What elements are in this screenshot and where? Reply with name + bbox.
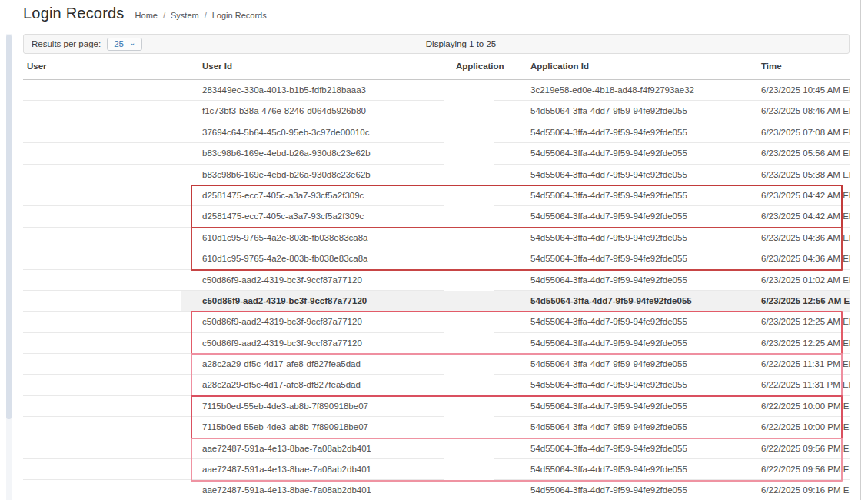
cell-user-id: 283449ec-330a-4013-b1b5-fdfb218baaa3 bbox=[198, 80, 452, 101]
cell-application bbox=[452, 206, 527, 227]
cell-application bbox=[452, 165, 527, 185]
cell-time: 6/23/2025 05:38 AM EEST bbox=[757, 165, 850, 185]
table-row[interactable]: d2581475-ecc7-405c-a3a7-93cf5a2f309c 54d… bbox=[23, 206, 850, 227]
cell-user bbox=[23, 228, 198, 248]
left-scrollbar-thumb[interactable] bbox=[6, 35, 12, 419]
cell-time: 6/23/2025 04:36 AM EEST bbox=[757, 228, 850, 248]
cell-application-id: 54d55064-3ffa-4dd7-9f59-94fe92fde055 bbox=[527, 438, 757, 459]
table-row[interactable]: 610d1c95-9765-4a2e-803b-fb038e83ca8a 54d… bbox=[23, 248, 850, 269]
table-row[interactable]: 7115b0ed-55eb-4de3-ab8b-7f890918be07 54d… bbox=[23, 396, 850, 417]
cell-application-id: 54d55064-3ffa-4dd7-9f59-94fe92fde055 bbox=[527, 333, 757, 354]
cell-user bbox=[23, 291, 198, 312]
breadcrumb-item-home[interactable]: Home bbox=[135, 11, 158, 20]
results-per-page-label: Results per page: bbox=[32, 39, 101, 48]
cell-user bbox=[23, 396, 198, 417]
cell-user bbox=[23, 333, 198, 354]
cell-application bbox=[452, 480, 527, 500]
cell-time: 6/23/2025 01:02 AM EEST bbox=[757, 270, 850, 291]
table-row[interactable]: b83c98b6-169e-4ebd-b26a-930d8c23e62b 54d… bbox=[23, 143, 850, 164]
cell-user-id: aae72487-591a-4e13-8bae-7a08ab2db401 bbox=[198, 438, 452, 459]
cell-user-id: f1c73bf3-b38a-476e-8246-d064d5926b80 bbox=[198, 101, 452, 122]
cell-time: 6/22/2025 11:31 PM EEST bbox=[757, 375, 850, 395]
cell-application-id: 54d55064-3ffa-4dd7-9f59-94fe92fde055 bbox=[527, 206, 757, 227]
column-header-user: User bbox=[23, 54, 198, 79]
cell-user bbox=[23, 143, 198, 164]
cell-application bbox=[452, 291, 527, 312]
column-header-application: Application bbox=[452, 54, 527, 79]
cell-user bbox=[23, 312, 198, 332]
cell-user-id: c50d86f9-aad2-4319-bc3f-9ccf87a77120 bbox=[198, 312, 452, 332]
table-row[interactable]: a28c2a29-df5c-4d17-afe8-df827fea5dad 54d… bbox=[23, 375, 850, 395]
table-header-row: UserUser IdApplicationApplication IdTime bbox=[23, 54, 850, 80]
table-row[interactable]: c50d86f9-aad2-4319-bc3f-9ccf87a77120 54d… bbox=[23, 291, 850, 312]
cell-user bbox=[23, 101, 198, 122]
breadcrumb-item-current[interactable]: Login Records bbox=[212, 11, 267, 20]
cell-user bbox=[23, 122, 198, 143]
cell-user bbox=[23, 354, 198, 375]
table-row[interactable]: 7115b0ed-55eb-4de3-ab8b-7f890918be07 54d… bbox=[23, 417, 850, 438]
cell-user bbox=[23, 165, 198, 185]
login-records-table: UserUser IdApplicationApplication IdTime… bbox=[23, 54, 850, 500]
cell-user bbox=[23, 459, 198, 480]
panel-right-divider bbox=[850, 54, 850, 500]
table-row[interactable]: f1c73bf3-b38a-476e-8246-d064d5926b80 54d… bbox=[23, 101, 850, 122]
cell-user-id: b83c98b6-169e-4ebd-b26a-930d8c23e62b bbox=[198, 165, 452, 185]
table-row[interactable]: 283449ec-330a-4013-b1b5-fdfb218baaa3 3c2… bbox=[23, 80, 850, 101]
table-row[interactable]: b83c98b6-169e-4ebd-b26a-930d8c23e62b 54d… bbox=[23, 165, 850, 185]
table-row[interactable]: c50d86f9-aad2-4319-bc3f-9ccf87a77120 54d… bbox=[23, 333, 850, 354]
cell-application-id: 54d55064-3ffa-4dd7-9f59-94fe92fde055 bbox=[527, 312, 757, 332]
table-row[interactable]: a28c2a29-df5c-4d17-afe8-df827fea5dad 54d… bbox=[23, 354, 850, 375]
cell-application bbox=[452, 143, 527, 164]
cell-application bbox=[452, 270, 527, 291]
cell-application bbox=[452, 101, 527, 122]
cell-user-id: aae72487-591a-4e13-8bae-7a08ab2db401 bbox=[198, 459, 452, 480]
breadcrumb-item-system[interactable]: System bbox=[171, 11, 199, 20]
cell-application-id: 54d55064-3ffa-4dd7-9f59-94fe92fde055 bbox=[527, 228, 757, 248]
table-row[interactable]: d2581475-ecc7-405c-a3a7-93cf5a2f309c 54d… bbox=[23, 185, 850, 206]
breadcrumb-separator: / bbox=[163, 11, 165, 20]
cell-user-id: c50d86f9-aad2-4319-bc3f-9ccf87a77120 bbox=[198, 333, 452, 354]
cell-user bbox=[23, 206, 198, 227]
cell-user bbox=[23, 438, 198, 459]
cell-user bbox=[23, 480, 198, 500]
content-panel: Results per page: 25 ⌄ Displaying 1 to 2… bbox=[23, 34, 850, 500]
cell-user bbox=[23, 375, 198, 395]
table-row[interactable]: c50d86f9-aad2-4319-bc3f-9ccf87a77120 54d… bbox=[23, 312, 850, 332]
table-row[interactable]: 37694c64-5b64-45c0-95eb-3c97de00010c 54d… bbox=[23, 122, 850, 143]
table-row[interactable]: aae72487-591a-4e13-8bae-7a08ab2db401 54d… bbox=[23, 480, 850, 500]
cell-user-id: 610d1c95-9765-4a2e-803b-fb038e83ca8a bbox=[198, 228, 452, 248]
cell-user bbox=[23, 80, 198, 101]
table-row[interactable]: aae72487-591a-4e13-8bae-7a08ab2db401 54d… bbox=[23, 459, 850, 480]
cell-user-id: aae72487-591a-4e13-8bae-7a08ab2db401 bbox=[198, 480, 452, 500]
cell-application-id: 54d55064-3ffa-4dd7-9f59-94fe92fde055 bbox=[527, 165, 757, 185]
cell-application-id: 54d55064-3ffa-4dd7-9f59-94fe92fde055 bbox=[527, 480, 757, 500]
cell-time: 6/23/2025 10:45 AM EEST bbox=[757, 80, 850, 101]
cell-user-id: 37694c64-5b64-45c0-95eb-3c97de00010c bbox=[198, 122, 452, 143]
cell-time: 6/23/2025 08:46 AM EEST bbox=[757, 101, 850, 122]
cell-time: 6/23/2025 04:42 AM EEST bbox=[757, 185, 850, 206]
cell-time: 6/23/2025 07:08 AM EEST bbox=[757, 122, 850, 143]
cell-user-id: a28c2a29-df5c-4d17-afe8-df827fea5dad bbox=[198, 354, 452, 375]
cell-time: 6/23/2025 05:56 AM EEST bbox=[757, 143, 850, 164]
cell-user-id: 610d1c95-9765-4a2e-803b-fb038e83ca8a bbox=[198, 248, 452, 269]
table-row[interactable]: 610d1c95-9765-4a2e-803b-fb038e83ca8a 54d… bbox=[23, 228, 850, 248]
page-header: Login Records Home / System / Login Reco… bbox=[0, 0, 868, 34]
table-row[interactable]: c50d86f9-aad2-4319-bc3f-9ccf87a77120 54d… bbox=[23, 270, 850, 291]
column-header-user-id: User Id bbox=[198, 54, 452, 79]
displaying-count-text: Displaying 1 to 25 bbox=[426, 39, 496, 48]
results-per-page-value: 25 bbox=[114, 39, 124, 48]
cell-user-id: a28c2a29-df5c-4d17-afe8-df827fea5dad bbox=[198, 375, 452, 395]
cell-application bbox=[452, 248, 527, 269]
cell-user-id: d2581475-ecc7-405c-a3a7-93cf5a2f309c bbox=[198, 185, 452, 206]
results-per-page-select[interactable]: 25 ⌄ bbox=[107, 38, 142, 51]
table-body: 283449ec-330a-4013-b1b5-fdfb218baaa3 3c2… bbox=[23, 80, 850, 500]
table-row[interactable]: aae72487-591a-4e13-8bae-7a08ab2db401 54d… bbox=[23, 438, 850, 459]
cell-user-id: 7115b0ed-55eb-4de3-ab8b-7f890918be07 bbox=[198, 417, 452, 438]
cell-application-id: 3c219e58-ed0e-4b18-ad48-f4f92793ae32 bbox=[527, 80, 757, 101]
cell-application-id: 54d55064-3ffa-4dd7-9f59-94fe92fde055 bbox=[527, 122, 757, 143]
cell-time: 6/22/2025 09:56 PM EEST bbox=[757, 459, 850, 480]
cell-time: 6/22/2025 11:31 PM EEST bbox=[757, 354, 850, 375]
cell-time: 6/22/2025 10:00 PM EEST bbox=[757, 396, 850, 417]
cell-application bbox=[452, 228, 527, 248]
cell-user-id: b83c98b6-169e-4ebd-b26a-930d8c23e62b bbox=[198, 143, 452, 164]
